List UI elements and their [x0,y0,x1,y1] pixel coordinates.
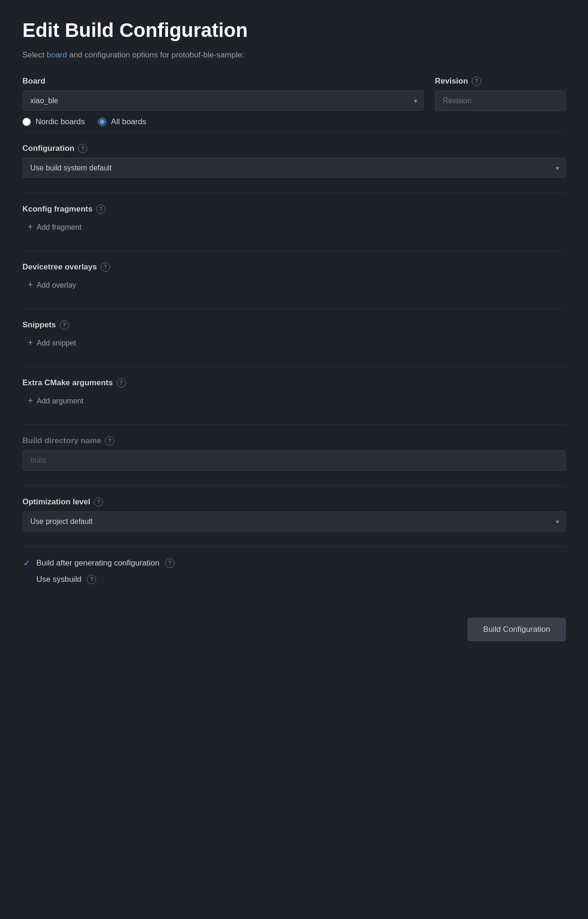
subtitle: Select board and configuration options f… [22,50,566,60]
build-directory-help-icon[interactable]: ? [105,436,114,445]
divider-8 [22,546,566,547]
cmake-help-icon[interactable]: ? [117,378,126,388]
kconfig-label: Kconfig fragments ? [22,205,566,214]
board-link[interactable]: board [47,50,67,59]
board-field-group: Board xiao_ble ▾ Nordic boards All board… [22,77,424,127]
board-select-wrapper: xiao_ble ▾ [22,91,424,111]
add-snippet-button[interactable]: + Add snippet [22,334,82,352]
board-filter-radio-group: Nordic boards All boards [22,117,424,127]
subtitle-suffix: and configuration options for protobuf-b… [67,50,244,59]
snippets-section: Snippets ? + Add snippet [22,320,566,352]
all-boards-radio-label[interactable]: All boards [98,117,147,127]
build-after-checkbox-label[interactable]: ✓ Build after generating configuration ? [22,558,566,568]
snippets-label: Snippets ? [22,320,566,330]
configuration-select-wrapper: Use build system default ▾ [22,158,566,178]
kconfig-section: Kconfig fragments ? + Add fragment [22,205,566,236]
configuration-select[interactable]: Use build system default [22,158,566,178]
cmake-section: Extra CMake arguments ? + Add argument [22,378,566,410]
add-argument-label: Add argument [37,397,84,405]
footer-actions: Build Configuration [22,607,566,641]
nordic-boards-radio-label[interactable]: Nordic boards [22,117,85,127]
divider-5 [22,367,566,367]
optimization-select[interactable]: Use project default [22,511,566,531]
build-configuration-button[interactable]: Build Configuration [468,618,566,641]
add-argument-plus-icon: + [28,396,33,406]
use-sysbuild-checkbox-label[interactable]: Use sysbuild ? [22,575,566,584]
add-fragment-label: Add fragment [37,223,82,232]
build-directory-section: Build directory name ? [22,436,566,471]
divider-6 [22,424,566,425]
board-revision-row: Board xiao_ble ▾ Nordic boards All board… [22,77,566,127]
all-boards-label: All boards [111,117,147,127]
kconfig-help-icon[interactable]: ? [96,205,105,214]
board-select[interactable]: xiao_ble [22,91,424,111]
revision-field-group: Revision ? [435,77,566,111]
add-fragment-button[interactable]: + Add fragment [22,219,87,236]
nordic-boards-radio[interactable] [22,118,31,126]
build-after-checkmark-icon: ✓ [22,558,31,568]
add-fragment-plus-icon: + [28,222,33,232]
revision-help-icon[interactable]: ? [472,77,481,86]
add-overlay-button[interactable]: + Add overlay [22,276,82,294]
all-boards-radio[interactable] [98,118,106,126]
cmake-label: Extra CMake arguments ? [22,378,566,388]
add-overlay-label: Add overlay [37,281,77,290]
configuration-label: Configuration ? [22,144,566,153]
devicetree-help-icon[interactable]: ? [101,262,110,272]
use-sysbuild-label: Use sysbuild [36,575,81,584]
optimization-label: Optimization level ? [22,497,566,507]
add-overlay-plus-icon: + [28,280,33,290]
nordic-boards-label: Nordic boards [35,117,85,127]
divider-2 [22,193,566,193]
devicetree-section: Devicetree overlays ? + Add overlay [22,262,566,294]
configuration-section: Configuration ? Use build system default… [22,144,566,178]
optimization-section: Optimization level ? Use project default… [22,497,566,531]
build-directory-input[interactable] [22,450,566,471]
add-snippet-plus-icon: + [28,338,33,348]
devicetree-label: Devicetree overlays ? [22,262,566,272]
page-title: Edit Build Configuration [22,19,566,42]
subtitle-prefix: Select [22,50,47,59]
divider-4 [22,309,566,309]
revision-input[interactable] [435,91,566,111]
build-directory-label: Build directory name ? [22,436,566,445]
build-after-label: Build after generating configuration [36,558,160,568]
optimization-help-icon[interactable]: ? [94,497,103,507]
optimization-select-wrapper: Use project default ▾ [22,511,566,531]
revision-label: Revision ? [435,77,566,86]
divider-1 [22,132,566,133]
add-snippet-label: Add snippet [37,339,77,347]
divider-7 [22,486,566,486]
snippets-help-icon[interactable]: ? [60,320,69,330]
board-label: Board [22,77,424,86]
use-sysbuild-help-icon[interactable]: ? [87,575,96,584]
add-argument-button[interactable]: + Add argument [22,392,89,410]
build-after-help-icon[interactable]: ? [165,558,175,568]
checkboxes-section: ✓ Build after generating configuration ?… [22,558,566,584]
divider-3 [22,251,566,251]
configuration-help-icon[interactable]: ? [78,144,87,153]
